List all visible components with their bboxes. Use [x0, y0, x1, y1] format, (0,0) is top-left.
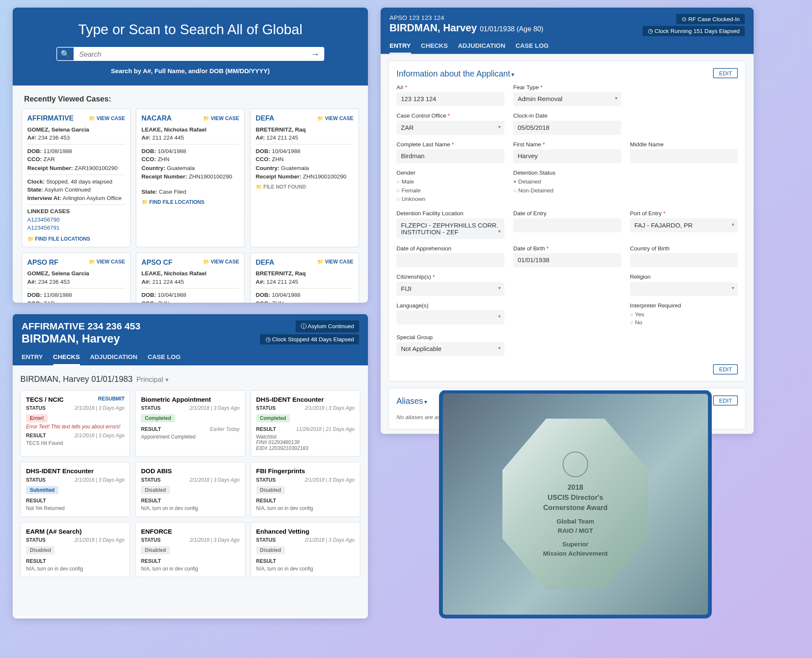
form-value[interactable]: Admin Removal — [513, 92, 621, 106]
find-file-link[interactable]: 📁 FIND FILE LOCATIONS — [27, 236, 125, 241]
award-photo: 2018 USCIS Director's Cornerstone Award … — [439, 390, 712, 619]
check-title: DHS-IDENT Encounter — [26, 468, 94, 475]
tab-entry[interactable]: ENTRY — [390, 38, 411, 54]
case-id: APSO 123 123 124 — [390, 14, 543, 21]
person-selector[interactable]: BIRDMAN, Harvey 01/01/1983Principal ▾ — [20, 374, 360, 384]
check-card: Biometric Appointment STATUS2/1/2018 | 3… — [135, 390, 245, 457]
form-value[interactable] — [630, 253, 738, 267]
chevron-down-icon: ▾ — [511, 71, 515, 77]
search-bar: 🔍 → — [56, 47, 324, 61]
tab-checks-2[interactable]: CHECKS — [53, 350, 80, 366]
status-badge-clock: ◷ Clock Stopped 48 Days Elapsed — [261, 334, 359, 345]
entry-tabs: ENTRY CHECKS ADJUDICATION CASE LOG — [390, 38, 745, 54]
status-pill: Disabled — [141, 486, 170, 494]
tab-adjudication-2[interactable]: ADJUDICATION — [90, 350, 137, 366]
form-value[interactable]: Birdman — [397, 149, 505, 163]
applicant-info-section: Information about the Applicant▾EDIT A#1… — [388, 60, 746, 381]
chevron-down-icon: ▾ — [424, 398, 428, 404]
form-value[interactable]: FAJ - FAJARDO, PR — [630, 218, 738, 232]
search-input[interactable] — [74, 47, 307, 61]
search-submit-button[interactable]: → — [307, 47, 324, 61]
case-type: NACARA — [142, 114, 172, 122]
status-pill: Disabled — [26, 546, 55, 555]
case-card: APSO CF📁 VIEW CASE LEAKE, Nicholas Rafae… — [136, 252, 245, 302]
view-case-link[interactable]: 📁 VIEW CASE — [89, 115, 125, 121]
checks-panel: AFFIRMATIVE 234 236 453 BIRDMAN, Harvey … — [13, 314, 368, 619]
case-card: DEFA📁 VIEW CASE BRETERNITZ, Raq A#: 124 … — [250, 252, 359, 302]
form-value[interactable]: 05/05/2018 — [513, 121, 621, 134]
form-value[interactable]: FLZEPCI - ZEPHYRHILLS CORR. INSTITUTION … — [397, 218, 505, 238]
check-title: DOD ABIS — [141, 468, 172, 475]
applicant-name: BIRDMAN, Harvey 01/01/1938 (Age 80) — [390, 22, 543, 34]
form-value[interactable]: Not Applicable — [397, 342, 505, 356]
check-title: ENFORCE — [141, 528, 172, 535]
tab-caselog[interactable]: CASE LOG — [516, 38, 549, 54]
check-title: FBI Fingerprints — [256, 468, 305, 475]
form-value[interactable]: FIJI — [397, 281, 505, 295]
status-pill: Completed — [256, 414, 290, 423]
edit-applicant-button-2[interactable]: EDIT — [713, 364, 738, 374]
entry-panel: APSO 123 123 124 BIRDMAN, Harvey 01/01/1… — [381, 8, 754, 434]
form-value[interactable]: 01/01/1938 — [513, 253, 621, 267]
case-header: AFFIRMATIVE 234 236 453 — [22, 321, 140, 332]
file-not-found: 📁 FILE NOT FOUND — [256, 184, 354, 190]
form-value[interactable]: ZAR — [397, 121, 505, 134]
case-card: NACARA📁 VIEW CASE LEAKE, Nicholas Rafael… — [136, 109, 245, 247]
form-value[interactable] — [513, 218, 621, 232]
form-value[interactable] — [397, 310, 505, 324]
radio-option[interactable]: Non-Detained — [513, 187, 554, 193]
edit-applicant-button[interactable]: EDIT — [713, 68, 738, 78]
form-value[interactable] — [630, 281, 738, 295]
linked-case-link[interactable]: A123456790 — [27, 216, 125, 223]
tab-caselog-2[interactable]: CASE LOG — [148, 350, 181, 366]
case-card: AFFIRMATIVE📁 VIEW CASE GOMEZ, Selena Gar… — [22, 109, 131, 247]
check-card: TECS / NCICRESUBMIT STATUS2/1/2018 | 3 D… — [20, 390, 130, 457]
status-pill: Disabled — [256, 486, 285, 494]
view-case-link[interactable]: 📁 VIEW CASE — [317, 259, 354, 265]
check-title: TECS / NCIC — [26, 396, 64, 403]
radio-option[interactable]: Detained — [513, 178, 541, 185]
status-pill: Error! — [26, 414, 48, 423]
check-card: DOD ABIS STATUS2/1/2018 | 3 Days Ago Dis… — [135, 462, 245, 517]
check-card: FBI Fingerprints STATUS2/1/2018 | 3 Days… — [250, 462, 360, 517]
clock-badge-2: ◷ Clock Running 151 Days Elapsed — [643, 26, 745, 36]
clock-badge-1: ⊙ RF Case Clocked-In — [677, 14, 745, 24]
dhs-seal-icon — [563, 452, 588, 477]
view-case-link[interactable]: 📁 VIEW CASE — [203, 115, 239, 121]
form-value[interactable]: 123 123 124 — [397, 92, 505, 106]
tab-entry-2[interactable]: ENTRY — [22, 350, 43, 366]
view-case-link[interactable]: 📁 VIEW CASE — [203, 259, 239, 265]
view-case-link[interactable]: 📁 VIEW CASE — [317, 115, 354, 121]
applicant-name-2: BIRDMAN, Harvey — [22, 332, 181, 346]
case-card: DEFA📁 VIEW CASE BRETERNITZ, Raq A#: 124 … — [250, 109, 359, 247]
case-card: APSO RF📁 VIEW CASE GOMEZ, Selena Garcia … — [22, 252, 131, 302]
linked-case-link[interactable]: A123456791 — [27, 224, 125, 232]
check-card: DHS-IDENT Encounter STATUS2/1/2018 | 3 D… — [20, 462, 130, 517]
tab-adjudication[interactable]: ADJUDICATION — [458, 38, 505, 54]
recent-label: Recently Viewed Cases: — [24, 95, 359, 104]
radio-option[interactable]: Unknown — [397, 195, 425, 202]
radio-option[interactable]: Yes — [630, 310, 645, 317]
status-pill: Disabled — [141, 546, 170, 555]
find-file-link[interactable]: 📁 FIND FILE LOCATIONS — [142, 199, 239, 205]
status-pill: Disabled — [256, 546, 285, 555]
form-value[interactable] — [630, 149, 738, 163]
edit-aliases-button[interactable]: EDIT — [713, 395, 738, 405]
status-badge-asylum: ⓘ Asylum Continued — [296, 321, 359, 333]
check-card: Enhanced Vetting STATUS2/1/2018 | 3 Days… — [250, 522, 360, 578]
radio-option[interactable]: Male — [397, 178, 414, 185]
check-card: ENFORCE STATUS2/1/2018 | 3 Days Ago Disa… — [135, 522, 245, 578]
check-title: DHS-IDENT Encounter — [256, 396, 324, 403]
form-value[interactable]: Harvey — [513, 149, 621, 163]
check-card: EARM (A# Search) STATUS2/1/2018 | 3 Days… — [20, 522, 130, 578]
tab-checks[interactable]: CHECKS — [421, 38, 447, 54]
radio-option[interactable]: Female — [397, 187, 421, 193]
form-value[interactable] — [397, 253, 505, 267]
resubmit-link[interactable]: RESUBMIT — [98, 396, 125, 403]
status-pill: Submitted — [26, 486, 59, 494]
view-case-link[interactable]: 📁 VIEW CASE — [89, 259, 125, 265]
radio-option[interactable]: No — [630, 319, 642, 326]
case-type: APSO CF — [142, 258, 173, 266]
check-card: DHS-IDENT Encounter STATUS2/1/2018 | 3 D… — [250, 390, 360, 457]
status-pill: Completed — [141, 414, 175, 423]
